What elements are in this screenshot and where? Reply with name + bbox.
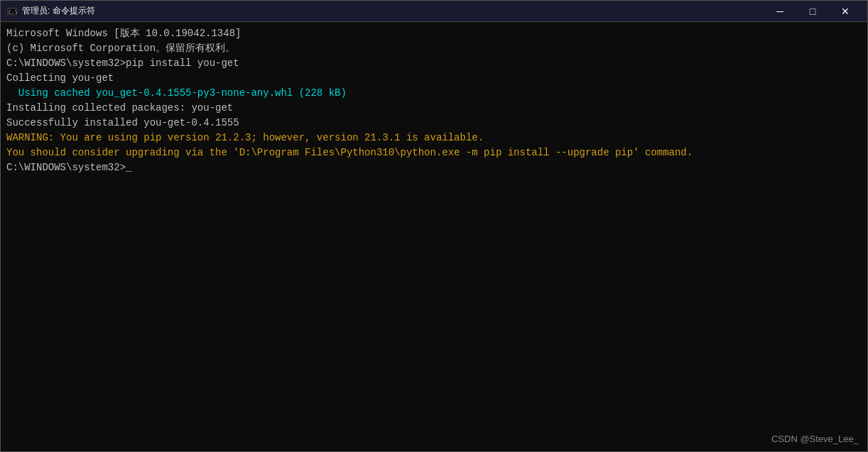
- terminal-line: You should consider upgrading via the 'D…: [6, 145, 862, 160]
- cmd-window: C:\ 管理员: 命令提示符 ─ □ ✕ Microsoft Windows […: [0, 0, 868, 452]
- terminal-line: (c) Microsoft Corporation。保留所有权利。: [6, 41, 862, 56]
- title-bar-text: 管理员: 命令提示符: [22, 5, 764, 17]
- terminal-line: Using cached you_get-0.4.1555-py3-none-a…: [6, 86, 862, 101]
- terminal-line: C:\WINDOWS\system32>pip install you-get: [6, 56, 862, 71]
- terminal-line: C:\WINDOWS\system32>_: [6, 160, 862, 175]
- terminal-line: Installing collected packages: you-get: [6, 101, 862, 116]
- terminal-line: WARNING: You are using pip version 21.2.…: [6, 131, 862, 145]
- svg-text:C:\: C:\: [9, 9, 18, 15]
- cmd-icon: C:\: [6, 6, 18, 17]
- terminal-output: Microsoft Windows [版本 10.0.19042.1348](c…: [6, 26, 862, 175]
- terminal-line: Collecting you-get: [6, 71, 862, 86]
- terminal-line: Microsoft Windows [版本 10.0.19042.1348]: [6, 26, 862, 41]
- title-bar-controls: ─ □ ✕: [764, 1, 862, 22]
- minimize-button[interactable]: ─: [764, 1, 796, 22]
- terminal-body[interactable]: Microsoft Windows [版本 10.0.19042.1348](c…: [1, 22, 867, 451]
- terminal-line: Successfully installed you-get-0.4.1555: [6, 116, 862, 131]
- watermark: CSDN @Steve_Lee_: [771, 434, 859, 444]
- maximize-button[interactable]: □: [796, 1, 829, 22]
- close-button[interactable]: ✕: [829, 1, 862, 22]
- title-bar: C:\ 管理员: 命令提示符 ─ □ ✕: [1, 1, 867, 22]
